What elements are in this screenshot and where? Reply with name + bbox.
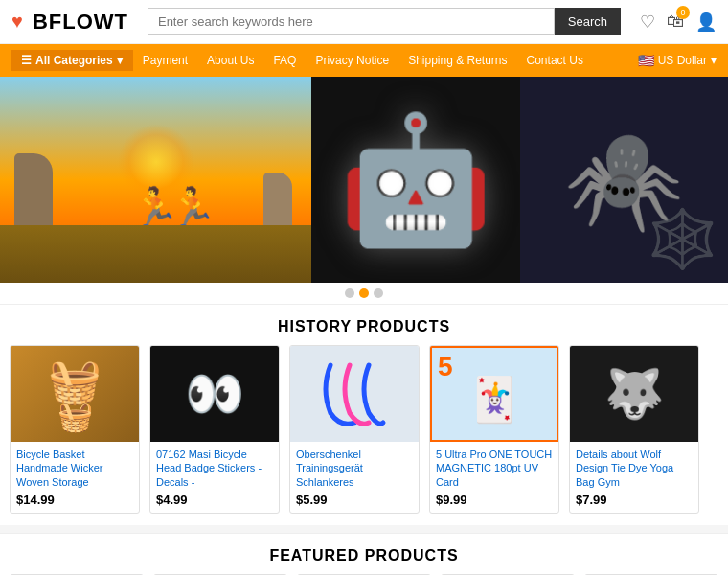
banner-panel-1: 🏃 🏃 — [0, 77, 311, 283]
product-img-3 — [290, 346, 419, 442]
logo-text: BFLOWT — [33, 10, 128, 34]
wishlist-icon[interactable]: ♡ — [640, 12, 655, 33]
cart-badge: 0 — [676, 6, 690, 19]
currency-label: US Dollar — [658, 54, 707, 67]
hero-banner: 🏃 🏃 🤖 🕷️ 🕸️ — [0, 77, 728, 283]
banner-panel-2: 🤖 — [311, 77, 520, 283]
search-input[interactable] — [148, 8, 555, 35]
currency-selector[interactable]: 🇺🇸 US Dollar ▾ — [638, 53, 717, 68]
product-price-4: $9.99 — [436, 493, 553, 507]
all-categories-label: All Categories — [35, 54, 113, 67]
product-img-2: 👀 — [150, 346, 279, 442]
product-card-5[interactable]: 🐺 Details about Wolf Design Tie Dye Yoga… — [569, 345, 699, 514]
nav-bar: ☰ All Categories ▾ Payment About Us FAQ … — [0, 44, 728, 77]
featured-section: FEATURED PRODUCTS — [0, 533, 728, 575]
nav-privacy[interactable]: Privacy Notice — [306, 50, 398, 71]
product-card-1[interactable]: 🧺 🧺 Bicycle Basket Handmade Wicker Woven… — [10, 345, 140, 514]
currency-chevron: ▾ — [711, 54, 717, 67]
product-img-1: 🧺 🧺 — [11, 346, 139, 442]
product-card-3[interactable]: Oberschenkel Trainingsgerät Schlankeres … — [289, 345, 420, 514]
product-name-4: 5 Ultra Pro ONE TOUCH MAGNETIC 180pt UV … — [436, 448, 553, 489]
header: ♥ BFLOWT Search ♡ 🛍 0 👤 — [0, 0, 728, 44]
banner-dot-2[interactable] — [359, 288, 369, 298]
cart-icon[interactable]: 🛍 0 — [667, 12, 684, 32]
runner-icon-2: 🏃 — [169, 185, 216, 230]
badge-sticker-icon: 👀 — [185, 366, 244, 422]
history-section-title: HISTORY PRODUCTS — [0, 304, 728, 345]
product-img-5: 🐺 — [570, 346, 698, 442]
header-icons: ♡ 🛍 0 👤 — [640, 12, 717, 33]
logo-heart-icon: ♥ — [11, 11, 23, 33]
banner-dot-1[interactable] — [345, 288, 354, 298]
product-name-3: Oberschenkel Trainingsgerät Schlankeres — [296, 448, 413, 489]
search-bar: Search — [148, 8, 621, 35]
history-products-row: 🧺 🧺 Bicycle Basket Handmade Wicker Woven… — [0, 345, 728, 525]
product-name-1: Bicycle Basket Handmade Wicker Woven Sto… — [16, 448, 133, 489]
nav-contact-us[interactable]: Contact Us — [517, 50, 593, 71]
product-name-5: Details about Wolf Design Tie Dye Yoga B… — [576, 448, 693, 489]
card-number: 5 — [438, 352, 453, 382]
banner-dots — [0, 283, 728, 304]
grid-icon: ☰ — [21, 54, 32, 67]
wolf-icon: 🐺 — [604, 366, 664, 422]
search-button[interactable]: Search — [555, 8, 621, 35]
all-categories-menu[interactable]: ☰ All Categories ▾ — [11, 50, 133, 71]
product-card-2[interactable]: 👀 07162 Masi Bicycle Head Badge Stickers… — [149, 345, 280, 514]
flag-icon: 🇺🇸 — [638, 53, 654, 68]
product-price-3: $5.99 — [296, 493, 413, 507]
basket-icon-2: 🧺 — [57, 400, 93, 433]
nav-shipping[interactable]: Shipping & Returns — [398, 50, 516, 71]
nav-items: Payment About Us FAQ Privacy Notice Ship… — [133, 50, 638, 71]
history-section: HISTORY PRODUCTS 🧺 🧺 Bicycle Basket Hand… — [0, 304, 728, 525]
nav-about-us[interactable]: About Us — [197, 50, 263, 71]
account-icon[interactable]: 👤 — [695, 12, 717, 33]
product-name-2: 07162 Masi Bicycle Head Badge Stickers -… — [156, 448, 273, 489]
banner-dot-3[interactable] — [374, 288, 383, 298]
nav-faq[interactable]: FAQ — [263, 50, 306, 71]
robot-icon: 🤖 — [338, 107, 493, 253]
nav-payment[interactable]: Payment — [133, 50, 197, 71]
product-img-4: 5 🃏 — [430, 346, 558, 442]
spiderweb-icon: 🕸️ — [647, 205, 718, 273]
featured-section-title: FEATURED PRODUCTS — [0, 533, 728, 574]
card-icon: 🃏 — [467, 374, 521, 425]
product-card-4[interactable]: 5 🃏 5 Ultra Pro ONE TOUCH MAGNETIC 180pt… — [429, 345, 559, 514]
chevron-down-icon: ▾ — [117, 54, 123, 67]
hook-svg — [307, 351, 402, 437]
product-price-2: $4.99 — [156, 493, 273, 507]
banner-panel-3: 🕷️ 🕸️ — [520, 77, 728, 283]
product-price-5: $7.99 — [576, 493, 693, 507]
product-price-1: $14.99 — [16, 493, 133, 507]
